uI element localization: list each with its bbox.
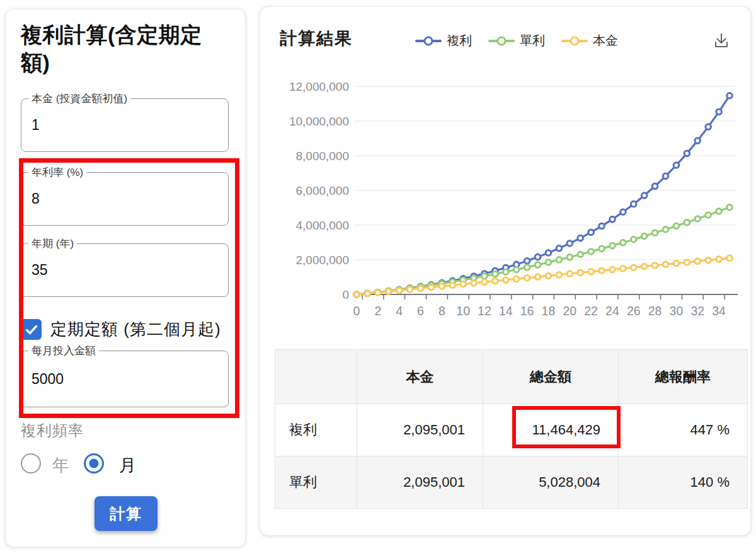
header-principal: 本金 <box>357 350 483 404</box>
simple-return-cell: 140 % <box>619 456 748 509</box>
svg-text:12: 12 <box>478 304 491 318</box>
table-row: 複利 2,095,001 11,464,429 447 % <box>275 404 748 456</box>
monthly-amount-input[interactable] <box>21 351 228 407</box>
header-empty <box>275 350 357 404</box>
results-line-chart: 02,000,0004,000,0006,000,0008,000,00010,… <box>275 70 747 325</box>
svg-text:2,000,000: 2,000,000 <box>295 253 349 267</box>
frequency-radio-month-label[interactable]: 月 <box>119 454 136 477</box>
table-header-row: 本金 總金額 總報酬率 <box>275 350 748 404</box>
svg-text:12,000,000: 12,000,000 <box>289 80 349 93</box>
dca-checkbox[interactable] <box>21 319 42 340</box>
compound-principal-cell: 2,095,001 <box>357 404 483 456</box>
svg-text:0: 0 <box>353 304 360 318</box>
page: 複利計算(含定期定額) 本金 (投資金額初值) 年利率 (%) 年期 (年) 定… <box>0 0 756 558</box>
dca-checkbox-row: 定期定額 (第二個月起) <box>21 318 221 340</box>
svg-text:8: 8 <box>438 304 445 318</box>
row-label-simple: 單利 <box>275 456 357 509</box>
simple-principal-cell: 2,095,001 <box>357 456 483 509</box>
frequency-radio-group: 年 月 <box>21 453 229 477</box>
legend-item-principal[interactable]: 本金 <box>561 32 618 49</box>
line-circle-marker-icon <box>415 35 442 46</box>
svg-text:10,000,000: 10,000,000 <box>289 115 349 128</box>
frequency-radio-month[interactable] <box>84 453 104 474</box>
svg-text:30: 30 <box>670 304 684 318</box>
calculate-button[interactable]: 計算 <box>94 496 158 531</box>
rate-input[interactable] <box>21 173 228 225</box>
svg-text:8,000,000: 8,000,000 <box>295 149 349 163</box>
principal-field[interactable]: 本金 (投資金額初值) <box>21 98 229 152</box>
rate-field[interactable]: 年利率 (%) <box>21 172 229 226</box>
download-icon[interactable] <box>710 30 733 52</box>
monthly-amount-field-label: 每月投入金額 <box>28 344 99 358</box>
legend-item-compound[interactable]: 複利 <box>415 32 472 49</box>
compound-total-cell: 11,464,429 <box>483 404 619 456</box>
principal-field-label: 本金 (投資金額初值) <box>28 91 130 106</box>
svg-text:34: 34 <box>712 304 726 318</box>
svg-text:20: 20 <box>563 304 576 318</box>
svg-text:6,000,000: 6,000,000 <box>295 184 349 197</box>
radio-selected-dot-icon <box>89 459 99 468</box>
svg-text:6: 6 <box>417 304 424 318</box>
frequency-group-label: 複利頻率 <box>21 421 84 441</box>
svg-text:4: 4 <box>396 304 403 318</box>
svg-text:2: 2 <box>374 304 381 318</box>
line-circle-marker-icon <box>561 35 588 46</box>
principal-input[interactable] <box>21 99 228 151</box>
calculator-panel: 複利計算(含定期定額) 本金 (投資金額初值) 年利率 (%) 年期 (年) 定… <box>5 9 246 547</box>
svg-text:22: 22 <box>584 304 598 318</box>
frequency-radio-year-label[interactable]: 年 <box>52 454 69 477</box>
checkmark-icon <box>24 322 39 337</box>
page-title: 複利計算(含定期定額) <box>21 21 222 76</box>
years-field-label: 年期 (年) <box>28 236 77 251</box>
table-row: 單利 2,095,001 5,028,004 140 % <box>275 456 748 509</box>
svg-text:18: 18 <box>542 304 556 318</box>
svg-text:4,000,000: 4,000,000 <box>295 219 349 232</box>
frequency-radio-year[interactable] <box>21 453 41 474</box>
simple-total-cell: 5,028,004 <box>483 456 619 509</box>
header-total: 總金額 <box>483 350 619 404</box>
line-circle-marker-icon <box>488 35 515 46</box>
svg-text:24: 24 <box>605 304 619 318</box>
row-label-compound: 複利 <box>275 404 357 456</box>
monthly-amount-field[interactable]: 每月投入金額 <box>21 351 229 407</box>
compound-return-cell: 447 % <box>619 404 748 456</box>
header-return-rate: 總報酬率 <box>619 350 748 404</box>
results-table: 本金 總金額 總報酬率 複利 2,095,001 11,464,429 447 … <box>275 349 748 509</box>
svg-text:0: 0 <box>342 288 349 301</box>
dca-checkbox-label: 定期定額 (第二個月起) <box>50 318 221 340</box>
svg-text:32: 32 <box>690 304 704 318</box>
svg-text:16: 16 <box>520 304 534 318</box>
svg-text:28: 28 <box>648 304 662 318</box>
legend-item-simple[interactable]: 單利 <box>488 32 545 49</box>
results-title: 計算結果 <box>280 27 353 50</box>
svg-text:10: 10 <box>456 304 470 318</box>
years-field[interactable]: 年期 (年) <box>21 243 229 297</box>
svg-text:26: 26 <box>627 304 641 318</box>
rate-field-label: 年利率 (%) <box>28 165 86 180</box>
years-input[interactable] <box>21 244 228 296</box>
svg-text:14: 14 <box>499 304 513 318</box>
results-panel: 計算結果 複利 單利 本金 02,000,0004,000,0006,000, <box>260 6 751 536</box>
chart-legend: 複利 單利 本金 <box>415 32 618 49</box>
